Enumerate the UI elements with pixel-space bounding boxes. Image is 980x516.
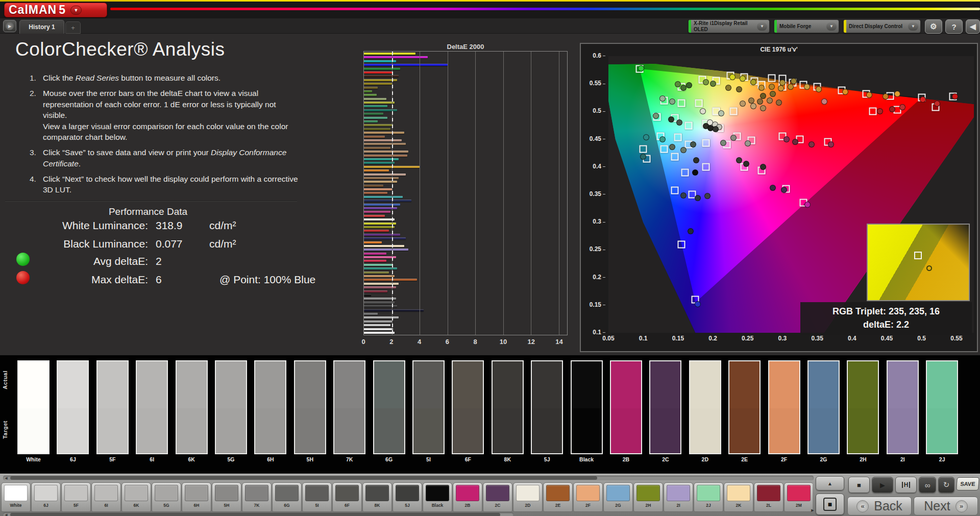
workflow-nav-button[interactable]: ▶: [3, 20, 16, 32]
swatch-scrollbar-bottom[interactable]: ◀: [3, 512, 513, 516]
add-tab-button[interactable]: +: [65, 21, 81, 34]
comparator-column[interactable]: 5F: [96, 360, 129, 462]
swatch-chip-button[interactable]: 2C: [483, 482, 512, 512]
swatch-chip-button[interactable]: 5F: [61, 482, 91, 512]
swatch-scrollbar-top[interactable]: ◀: [3, 476, 814, 480]
swatch-chip-button[interactable]: Black: [423, 482, 452, 512]
cie-measured-point[interactable]: [866, 92, 872, 98]
continuous-read-button[interactable]: ∞: [919, 477, 936, 493]
cie-measured-point[interactable]: [740, 101, 746, 107]
cie-measured-point[interactable]: [703, 79, 709, 85]
cie-measured-point[interactable]: [736, 157, 742, 163]
swatch-chip-button[interactable]: 2E: [543, 482, 573, 512]
cie-measured-point[interactable]: [920, 96, 926, 103]
comparator-column[interactable]: 5H: [294, 360, 326, 462]
cie-measured-point[interactable]: [770, 185, 776, 191]
cie-measured-point[interactable]: [792, 139, 798, 145]
deltae-bar[interactable]: [364, 324, 390, 326]
deltae-bar[interactable]: [364, 241, 382, 243]
cie-measured-point[interactable]: [713, 126, 719, 132]
swatch-chip-button[interactable]: 6G: [272, 482, 302, 512]
deltae-bar[interactable]: [364, 177, 399, 179]
deltae-bar[interactable]: [364, 260, 386, 262]
cie-measured-point[interactable]: [877, 108, 883, 114]
swatch-chip-button[interactable]: 8K: [362, 482, 392, 512]
comparator-column[interactable]: Black: [571, 360, 603, 462]
deltae-bar[interactable]: [364, 313, 378, 315]
deltae-bar[interactable]: [364, 245, 404, 247]
swatch-chip-button[interactable]: 2L: [754, 482, 783, 512]
cie-measured-point[interactable]: [692, 169, 698, 176]
cie-target-square[interactable]: [869, 108, 877, 115]
cie-measured-point[interactable]: [680, 192, 687, 199]
deltae-bar[interactable]: [364, 188, 392, 190]
cie-target-square[interactable]: [768, 75, 776, 82]
cie-target-square[interactable]: [678, 240, 685, 248]
deltae-bar[interactable]: [364, 256, 396, 258]
cie-measured-point[interactable]: [758, 85, 765, 91]
deltae-bar[interactable]: [364, 83, 392, 85]
chevron-down-icon[interactable]: ▼: [826, 22, 837, 31]
swatch-chip-button[interactable]: 2I: [664, 482, 693, 512]
deltae-bar[interactable]: [364, 56, 428, 58]
cie-measured-point[interactable]: [952, 93, 958, 100]
cie-measured-point[interactable]: [745, 140, 751, 146]
swatch-chip-button[interactable]: 6I: [91, 482, 121, 512]
swatch-chip-button[interactable]: 2F: [573, 482, 603, 512]
deltae-bar[interactable]: [364, 169, 389, 171]
deltae-bar[interactable]: [364, 71, 393, 73]
cie-measured-point[interactable]: [690, 141, 696, 148]
deltae-bar[interactable]: [364, 286, 396, 288]
comparator-column[interactable]: 6I: [136, 360, 168, 462]
swatch-chip-button[interactable]: 2H: [633, 482, 663, 512]
deltae-bar[interactable]: [364, 302, 395, 304]
deltae-bar[interactable]: [364, 94, 377, 96]
cie-measured-point[interactable]: [704, 193, 710, 199]
comparator-column[interactable]: 2C: [649, 360, 681, 462]
save-button[interactable]: SAVE: [956, 477, 979, 490]
deltae-bar[interactable]: [364, 230, 389, 232]
pattern-window-button[interactable]: ■: [816, 494, 844, 515]
swatch-chip-button[interactable]: 6J: [31, 482, 61, 512]
scroll-left-icon[interactable]: ◀: [3, 476, 9, 480]
cie-target-square[interactable]: [681, 168, 689, 176]
cie-measured-point[interactable]: [743, 161, 749, 167]
deltae-bar[interactable]: [364, 211, 390, 213]
cie-target-square[interactable]: [702, 139, 709, 147]
cie-target-square[interactable]: [730, 108, 738, 115]
deltae-bar[interactable]: [364, 218, 395, 220]
help-button[interactable]: ?: [945, 19, 963, 34]
chevron-down-icon[interactable]: ▼: [757, 22, 767, 31]
calman-logo[interactable]: CalMAN 5 ▼: [4, 3, 107, 17]
cie-measured-point[interactable]: [700, 108, 706, 114]
cie-measured-point[interactable]: [757, 99, 763, 105]
comparator-column[interactable]: 6K: [176, 360, 208, 462]
deltae-bar[interactable]: [364, 234, 400, 236]
comparator-column[interactable]: 5J: [531, 360, 563, 462]
comparator-column[interactable]: 2J: [926, 360, 958, 462]
deltae-bar[interactable]: [364, 328, 393, 330]
comparator-column[interactable]: 5I: [412, 360, 445, 462]
cie-measured-point[interactable]: [693, 157, 699, 163]
cie-measured-point[interactable]: [640, 154, 646, 160]
cie-measured-point[interactable]: [688, 228, 694, 234]
deltae-bar[interactable]: [364, 174, 406, 176]
cie-measured-point[interactable]: [676, 119, 682, 126]
deltae-bar[interactable]: [364, 60, 396, 62]
tab-history-1[interactable]: History 1: [19, 20, 64, 34]
cie-measured-point[interactable]: [729, 74, 736, 80]
back-button[interactable]: « Back: [847, 497, 912, 515]
comparator-column[interactable]: 2G: [807, 360, 840, 462]
deltae-bar[interactable]: [364, 53, 415, 55]
deltae-bar[interactable]: [364, 75, 399, 77]
next-button[interactable]: Next »: [914, 497, 978, 515]
deltae-bar[interactable]: [364, 68, 400, 70]
swatch-chip-button[interactable]: 5H: [212, 482, 241, 512]
stop-button[interactable]: ■: [848, 477, 870, 493]
cie-target-square[interactable]: [660, 145, 668, 153]
deltae-bar[interactable]: [364, 105, 387, 107]
swatch-chip-button[interactable]: White: [1, 482, 31, 512]
cie-target-square[interactable]: [695, 100, 703, 107]
swatch-chip-button[interactable]: 5I: [302, 482, 332, 512]
cie-measured-point[interactable]: [804, 202, 811, 208]
